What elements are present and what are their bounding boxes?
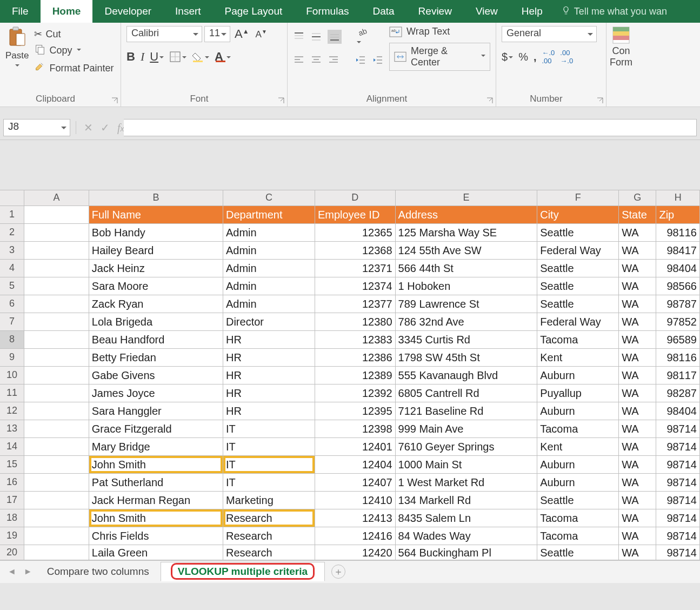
sheet-tab-vlookup[interactable]: VLOOKUP multiple criteria: [161, 562, 325, 581]
comma-button[interactable]: ,: [534, 51, 537, 63]
row-6[interactable]: 6: [0, 295, 24, 313]
cell-A2[interactable]: [24, 223, 89, 241]
spreadsheet[interactable]: A B C D E F G H 1 Full Name Department E…: [0, 190, 700, 560]
cell-D14[interactable]: 12401: [315, 437, 395, 455]
row-12[interactable]: 12: [0, 402, 24, 420]
cell-G8[interactable]: WA: [619, 330, 656, 348]
orientation-button[interactable]: ab: [357, 26, 369, 48]
number-format-combo[interactable]: General: [502, 26, 597, 42]
align-center-button[interactable]: [310, 54, 322, 66]
cell-C10[interactable]: HR: [223, 366, 315, 384]
cell-A16[interactable]: [24, 473, 89, 491]
dialog-launcher-number[interactable]: [596, 97, 604, 104]
cell-C19[interactable]: Research: [223, 527, 315, 545]
cell-H9[interactable]: 98116: [656, 348, 700, 366]
accept-formula-button[interactable]: ✓: [101, 121, 110, 134]
cell-H13[interactable]: 98714: [656, 420, 700, 437]
cell-E5[interactable]: 1 Hoboken: [395, 277, 537, 295]
cell-E4[interactable]: 566 44th St: [395, 259, 537, 277]
cell-H4[interactable]: 98404: [656, 259, 700, 277]
cell-C14[interactable]: IT: [223, 437, 315, 455]
cell-F12[interactable]: Auburn: [537, 402, 619, 420]
cell-G19[interactable]: WA: [619, 527, 656, 545]
cell-G5[interactable]: WA: [619, 277, 656, 295]
cell-D1[interactable]: Employee ID: [315, 205, 395, 223]
row-3[interactable]: 3: [0, 241, 24, 259]
cell-F20[interactable]: Seattle: [537, 545, 619, 560]
cell-C9[interactable]: HR: [223, 348, 315, 366]
cell-B4[interactable]: Jack Heinz: [89, 259, 223, 277]
cell-C15[interactable]: IT: [223, 455, 315, 473]
row-18[interactable]: 18: [0, 509, 24, 527]
tab-developer[interactable]: Developer: [92, 0, 163, 23]
cell-G18[interactable]: WA: [619, 509, 656, 527]
cell-C18[interactable]: Research: [223, 509, 315, 527]
align-top-button[interactable]: [293, 31, 305, 43]
cell-G11[interactable]: WA: [619, 384, 656, 402]
cell-H3[interactable]: 98417: [656, 241, 700, 259]
align-bottom-button[interactable]: [328, 30, 342, 44]
cell-H8[interactable]: 96589: [656, 330, 700, 348]
cell-A18[interactable]: [24, 509, 89, 527]
sheet-tab-compare[interactable]: Compare two columns: [37, 562, 159, 581]
dialog-launcher-clipboard[interactable]: [111, 97, 118, 104]
cell-H20[interactable]: 98714: [656, 545, 700, 560]
cell-D8[interactable]: 12383: [315, 330, 395, 348]
cell-A10[interactable]: [24, 366, 89, 384]
cell-G4[interactable]: WA: [619, 259, 656, 277]
cell-E2[interactable]: 125 Marsha Way SE: [395, 223, 537, 241]
tab-file[interactable]: File: [0, 0, 41, 23]
col-C[interactable]: C: [223, 190, 315, 205]
cell-E19[interactable]: 84 Wades Way: [395, 527, 537, 545]
shrink-font-button[interactable]: A▼: [254, 29, 269, 40]
cell-E3[interactable]: 124 55th Ave SW: [395, 241, 537, 259]
cell-B2[interactable]: Bob Handy: [89, 223, 223, 241]
cell-D20[interactable]: 12420: [315, 545, 395, 560]
cell-A15[interactable]: [24, 455, 89, 473]
cell-H5[interactable]: 98566: [656, 277, 700, 295]
cell-G15[interactable]: WA: [619, 455, 656, 473]
cell-G3[interactable]: WA: [619, 241, 656, 259]
cell-E20[interactable]: 564 Buckingham Pl: [395, 545, 537, 560]
italic-button[interactable]: I: [141, 50, 144, 64]
row-9[interactable]: 9: [0, 348, 24, 366]
cell-F15[interactable]: Auburn: [537, 455, 619, 473]
cancel-formula-button[interactable]: ✕: [84, 121, 93, 134]
cell-G10[interactable]: WA: [619, 366, 656, 384]
increase-indent-button[interactable]: [372, 54, 384, 66]
align-middle-button[interactable]: [310, 31, 322, 43]
cell-F3[interactable]: Federal Way: [537, 241, 619, 259]
wrap-text-button[interactable]: abWrap Text: [389, 26, 490, 37]
row-16[interactable]: 16: [0, 473, 24, 491]
cell-F1[interactable]: City: [537, 205, 619, 223]
row-13[interactable]: 13: [0, 420, 24, 437]
decrease-indent-button[interactable]: [355, 54, 366, 66]
row-4[interactable]: 4: [0, 259, 24, 277]
col-D[interactable]: D: [315, 190, 395, 205]
tab-view[interactable]: View: [464, 0, 510, 23]
cell-E9[interactable]: 1798 SW 45th St: [395, 348, 537, 366]
cell-B8[interactable]: Beau Handford: [89, 330, 223, 348]
cell-B7[interactable]: Lola Brigeda: [89, 313, 223, 330]
cell-H14[interactable]: 98714: [656, 437, 700, 455]
row-2[interactable]: 2: [0, 223, 24, 241]
cell-A1[interactable]: [24, 205, 89, 223]
cell-D13[interactable]: 12398: [315, 420, 395, 437]
row-5[interactable]: 5: [0, 277, 24, 295]
cell-C4[interactable]: Admin: [223, 259, 315, 277]
row-19[interactable]: 19: [0, 527, 24, 545]
col-H[interactable]: H: [656, 190, 700, 205]
cell-F13[interactable]: Tacoma: [537, 420, 619, 437]
cell-B11[interactable]: James Joyce: [89, 384, 223, 402]
cell-D4[interactable]: 12371: [315, 259, 395, 277]
cell-C17[interactable]: Marketing: [223, 491, 315, 509]
cell-F4[interactable]: Seattle: [537, 259, 619, 277]
font-name-combo[interactable]: Calibri: [126, 26, 202, 42]
decrease-decimal-button[interactable]: .00→.0: [560, 49, 573, 65]
cell-F6[interactable]: Seattle: [537, 295, 619, 313]
format-painter-button[interactable]: Format Painter: [34, 61, 114, 76]
cell-E1[interactable]: Address: [395, 205, 537, 223]
cell-D15[interactable]: 12404: [315, 455, 395, 473]
tab-review[interactable]: Review: [406, 0, 464, 23]
cell-H10[interactable]: 98117: [656, 366, 700, 384]
